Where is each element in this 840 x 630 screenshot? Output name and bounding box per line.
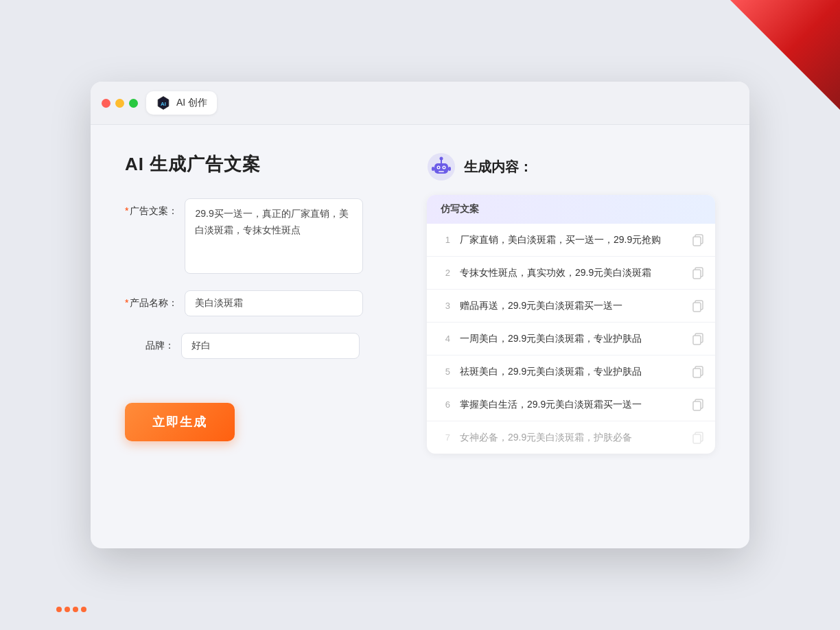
row-number: 7 — [438, 432, 450, 443]
ad-copy-label: *广告文案： — [125, 198, 178, 218]
row-number: 3 — [438, 301, 450, 311]
row-text: 掌握美白生活，29.9元美白淡斑霜买一送一 — [460, 397, 682, 412]
result-row: 2专抹女性斑点，真实功效，29.9元美白淡斑霜 — [427, 257, 715, 290]
brand-input[interactable] — [181, 333, 360, 359]
svg-rect-12 — [448, 167, 451, 171]
product-name-row: *产品名称： — [125, 290, 386, 316]
right-panel: 生成内容： 仿写文案 1厂家直销，美白淡斑霜，买一送一，29.9元抢购 2专抹女… — [427, 152, 715, 454]
svg-text:AI: AI — [161, 101, 166, 107]
svg-point-7 — [443, 167, 445, 168]
row-number: 6 — [438, 399, 450, 410]
svg-rect-24 — [693, 401, 701, 410]
row-text: 祛斑美白，29.9元美白淡斑霜，专业护肤品 — [460, 364, 682, 379]
copy-icon[interactable] — [692, 399, 704, 411]
svg-rect-26 — [693, 434, 701, 443]
result-title: 生成内容： — [464, 158, 533, 176]
svg-point-6 — [438, 167, 439, 168]
required-star-product: * — [125, 297, 128, 308]
copy-icon[interactable] — [692, 300, 704, 312]
table-header: 仿写文案 — [427, 195, 715, 224]
product-name-input[interactable] — [185, 290, 363, 316]
svg-rect-20 — [693, 336, 701, 345]
copy-icon[interactable] — [692, 432, 704, 444]
row-text: 女神必备，29.9元美白淡斑霜，护肤必备 — [460, 430, 682, 445]
row-number: 2 — [438, 268, 450, 278]
svg-rect-14 — [693, 237, 701, 246]
copy-icon[interactable] — [692, 366, 704, 378]
brand-row: 品牌： — [125, 333, 386, 359]
row-text: 厂家直销，美白淡斑霜，买一送一，29.9元抢购 — [460, 233, 682, 247]
ad-copy-row: *广告文案： — [125, 198, 386, 274]
result-header: 生成内容： — [427, 152, 715, 181]
row-text: 一周美白，29.9元美白淡斑霜，专业护肤品 — [460, 331, 682, 346]
bg-decoration-dots — [55, 604, 88, 616]
minimize-button[interactable] — [115, 99, 124, 108]
result-row: 1厂家直销，美白淡斑霜，买一送一，29.9元抢购 — [427, 224, 715, 257]
brand-label: 品牌： — [125, 333, 174, 352]
svg-rect-16 — [693, 270, 701, 279]
ad-copy-input[interactable] — [185, 198, 363, 274]
page-title: AI 生成广告文案 — [125, 152, 386, 176]
svg-rect-18 — [693, 303, 701, 312]
row-text: 赠品再送，29.9元美白淡斑霜买一送一 — [460, 299, 682, 313]
row-number: 4 — [438, 334, 450, 344]
left-panel: AI 生成广告文案 *广告文案： *产品名称： 品牌： 立 — [125, 152, 386, 454]
svg-point-9 — [440, 157, 443, 161]
app-window: AI AI 创作 AI 生成广告文案 *广告文案： *产品名称： — [91, 82, 749, 548]
result-row: 3赠品再送，29.9元美白淡斑霜买一送一 — [427, 290, 715, 323]
result-row: 4一周美白，29.9元美白淡斑霜，专业护肤品 — [427, 323, 715, 355]
robot-icon — [427, 152, 456, 181]
generate-button[interactable]: 立即生成 — [125, 403, 235, 441]
result-row: 7女神必备，29.9元美白淡斑霜，护肤必备 — [427, 421, 715, 454]
result-rows-container: 1厂家直销，美白淡斑霜，买一送一，29.9元抢购 2专抹女性斑点，真实功效，29… — [427, 224, 715, 454]
svg-rect-10 — [439, 171, 444, 172]
row-number: 5 — [438, 366, 450, 377]
main-content: AI 生成广告文案 *广告文案： *产品名称： 品牌： 立 — [91, 125, 749, 481]
traffic-lights — [102, 99, 138, 108]
result-row: 6掌握美白生活，29.9元美白淡斑霜买一送一 — [427, 388, 715, 421]
product-name-label: *产品名称： — [125, 290, 178, 310]
close-button[interactable] — [102, 99, 110, 108]
row-number: 1 — [438, 235, 450, 245]
ai-tab-icon: AI — [156, 95, 171, 110]
copy-icon[interactable] — [692, 267, 704, 279]
result-table: 仿写文案 1厂家直销，美白淡斑霜，买一送一，29.9元抢购 2专抹女性斑点，真实… — [427, 195, 715, 454]
titlebar: AI AI 创作 — [91, 82, 749, 125]
row-text: 专抹女性斑点，真实功效，29.9元美白淡斑霜 — [460, 266, 682, 280]
svg-rect-22 — [693, 369, 701, 377]
svg-rect-11 — [432, 167, 434, 171]
maximize-button[interactable] — [129, 99, 138, 108]
copy-icon[interactable] — [692, 333, 704, 345]
result-row: 5祛斑美白，29.9元美白淡斑霜，专业护肤品 — [427, 355, 715, 388]
tab-label: AI 创作 — [176, 97, 207, 109]
required-star-ad: * — [125, 205, 128, 216]
active-tab[interactable]: AI AI 创作 — [146, 91, 217, 115]
copy-icon[interactable] — [692, 234, 704, 246]
